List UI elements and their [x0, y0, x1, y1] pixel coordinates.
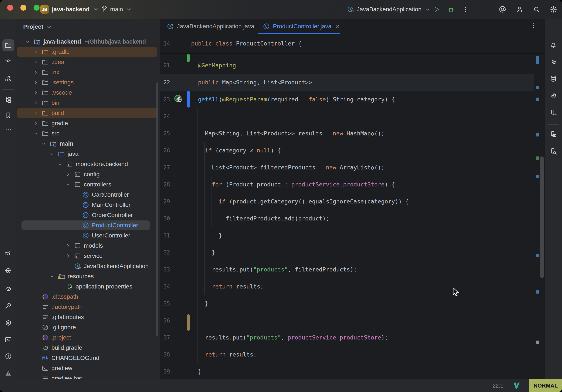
tree-item-build-gradle[interactable]: build.gradle — [17, 343, 158, 353]
editor-scrollbar[interactable] — [540, 156, 544, 278]
sticky-line[interactable]: 14 public class ProductController { — [160, 35, 545, 54]
chevron-collapsed-icon[interactable] — [33, 59, 39, 65]
more-tools-icon[interactable] — [2, 124, 14, 136]
tab-productcontroller[interactable]: C ProductController.java ✕ — [263, 19, 340, 34]
tree-item--project[interactable]: .project — [17, 333, 158, 343]
code-line[interactable]: 37 results.put("products", productServic… — [160, 329, 545, 346]
tree-item-bin[interactable]: bin — [17, 98, 158, 108]
error-stripe-mark[interactable] — [536, 254, 539, 257]
add-user-icon[interactable] — [515, 4, 525, 14]
debug-button[interactable] — [446, 4, 456, 14]
code-line[interactable]: 21 @GetMapping — [160, 57, 545, 74]
rest-endpoint-gutter-icon[interactable] — [174, 94, 183, 104]
line-number[interactable]: 35 — [160, 295, 170, 312]
tree-item-cartcontroller[interactable]: CCartController — [17, 190, 158, 200]
tree-item-ordercontroller[interactable]: COrderController — [17, 210, 158, 220]
code-line[interactable]: 25 Map<String, List<Product>> results = … — [160, 125, 545, 142]
tree-item-monostore-backend[interactable]: monostore.backend — [17, 159, 158, 169]
database-icon[interactable] — [547, 73, 559, 85]
chevron-expanded-icon[interactable] — [49, 151, 55, 157]
vim-mode-badge[interactable]: NORMAL — [529, 379, 562, 392]
code-line[interactable]: 32 } — [160, 244, 545, 261]
line-number[interactable]: 29 — [160, 193, 170, 210]
running-devices-icon[interactable] — [547, 107, 559, 119]
code-line[interactable]: 29 if (product.getCategory().equalsIgnor… — [160, 193, 545, 210]
terminal-tool-icon[interactable] — [2, 334, 14, 346]
error-stripe-mark[interactable] — [536, 156, 539, 160]
caret-position[interactable]: 22:1 — [492, 382, 503, 389]
more-actions-button[interactable] — [460, 4, 471, 14]
error-stripe-mark[interactable] — [536, 56, 539, 64]
bookmarks-tool-icon[interactable] — [2, 109, 14, 121]
tab-javabackendapplication[interactable]: JavaBackendApplication.java — [167, 19, 254, 34]
project-tree-scrollbar[interactable] — [156, 83, 158, 336]
tree-item-config[interactable]: config — [17, 169, 158, 179]
window-minimize-button[interactable] — [20, 5, 26, 11]
tree-item--classpath[interactable]: .classpath — [17, 292, 158, 302]
gutter-change-marker[interactable] — [187, 54, 190, 62]
error-stripe-mark[interactable] — [536, 98, 539, 101]
tree-item-maincontroller[interactable]: CMainController — [17, 200, 158, 210]
line-number[interactable]: 25 — [160, 125, 170, 142]
chevron-collapsed-icon[interactable] — [33, 69, 39, 75]
notifications-bell-icon[interactable] — [547, 39, 559, 51]
chevron-collapsed-icon[interactable] — [33, 90, 39, 96]
ideavim-icon[interactable] — [513, 381, 521, 390]
line-number[interactable]: 31 — [160, 227, 170, 244]
tree-item-application-properties[interactable]: application.properties — [17, 282, 158, 292]
chevron-collapsed-icon[interactable] — [33, 49, 39, 55]
vcs-branch-widget[interactable]: main — [101, 3, 132, 16]
tree-item--vscode[interactable]: .vscode — [17, 88, 158, 98]
tree-item--factorypath[interactable]: .factorypath — [17, 302, 158, 312]
tree-item-usercontroller[interactable]: CUserController — [17, 230, 158, 241]
code-line[interactable]: 36 — [160, 312, 545, 329]
device-explorer-icon[interactable] — [547, 145, 559, 157]
line-number[interactable]: 21 — [160, 57, 170, 74]
warnings-tool-icon[interactable] — [2, 367, 14, 379]
code-line[interactable]: 22 public Map<String, List<Product>> — [160, 74, 545, 91]
chevron-collapsed-icon[interactable] — [65, 171, 71, 177]
device-manager-icon[interactable] — [547, 128, 559, 140]
line-number[interactable]: 28 — [160, 176, 170, 193]
window-close-button[interactable] — [7, 5, 13, 11]
search-icon[interactable] — [531, 4, 542, 14]
chevron-collapsed-icon[interactable] — [33, 110, 39, 116]
project-widget[interactable]: JB java-backend — [40, 3, 100, 16]
tree-item--gradle[interactable]: .gradle — [17, 47, 158, 57]
line-number[interactable]: 37 — [160, 329, 170, 346]
line-number[interactable]: 33 — [160, 261, 170, 278]
tree-item--settings[interactable]: .settings — [17, 77, 158, 88]
tree-item--idea[interactable]: .idea — [17, 57, 158, 67]
line-number[interactable]: 34 — [160, 278, 170, 295]
gutter-change-marker[interactable] — [187, 314, 190, 331]
ai-chat-icon[interactable] — [547, 56, 559, 68]
tree-item-models[interactable]: models — [17, 241, 158, 251]
line-number[interactable]: 26 — [160, 142, 170, 159]
run-button[interactable] — [431, 4, 441, 14]
chevron-expanded-icon[interactable] — [49, 273, 55, 279]
code-line[interactable]: 24 — [160, 108, 545, 125]
tree-item--gitignore[interactable]: .gitignore — [17, 322, 158, 333]
line-number[interactable]: 14 — [160, 35, 170, 53]
chevron-collapsed-icon[interactable] — [65, 253, 71, 259]
chevron-collapsed-icon[interactable] — [33, 100, 39, 106]
line-number[interactable]: 38 — [160, 346, 170, 363]
code-line[interactable]: 27 List<Product> filteredProducts = new … — [160, 159, 545, 176]
editor-area[interactable]: JavaBackendApplication.java C ProductCon… — [160, 19, 545, 379]
tree-item--gitattributes[interactable]: .gitattributes — [17, 312, 158, 322]
error-stripe-mark[interactable] — [536, 290, 539, 294]
gauge-tool-icon[interactable] — [2, 282, 14, 294]
tree-item-main[interactable]: main — [17, 139, 158, 149]
line-number[interactable]: 22 — [160, 74, 170, 91]
tree-item-controllers[interactable]: controllers — [17, 179, 158, 190]
tab-options-kebab-icon[interactable] — [530, 22, 537, 29]
gradle-icon[interactable] — [547, 90, 559, 101]
tree-item-resources[interactable]: resources — [17, 271, 158, 282]
tree-item-javabackendapplication[interactable]: JavaBackendApplication — [17, 261, 158, 271]
tree-item-src[interactable]: src — [17, 128, 158, 139]
code-line[interactable]: 33 results.put("products", filteredProdu… — [160, 261, 545, 278]
code-line[interactable]: 38 return results; — [160, 346, 545, 363]
tree-item-gradle[interactable]: gradle — [17, 118, 158, 128]
commit-tool-icon[interactable] — [2, 55, 14, 67]
chevron-expanded-icon[interactable] — [33, 131, 39, 136]
